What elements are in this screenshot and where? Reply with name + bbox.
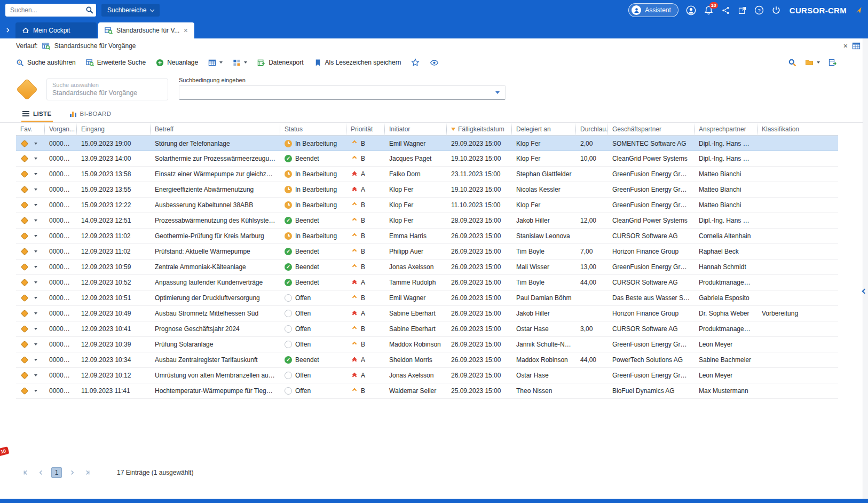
folder-dropdown[interactable] xyxy=(805,58,820,67)
table-row[interactable]: 0000014 15.09.2023 13:55 Energieeffizien… xyxy=(16,182,838,198)
chevron-right-icon[interactable] xyxy=(4,27,11,34)
new-record-button[interactable]: Neuanlage xyxy=(156,59,198,67)
table-row[interactable]: 0000004 12.09.2023 10:39 Prüfung Solaran… xyxy=(16,337,838,352)
search-select-field[interactable]: Suche auswählen Standardsuche für Vorgän… xyxy=(46,78,168,100)
save-bookmark-button[interactable]: Als Lesezeichen speichern xyxy=(314,59,401,67)
favorite-diamond-icon[interactable] xyxy=(21,248,28,255)
share-icon[interactable] xyxy=(721,6,730,15)
table-row[interactable]: 0000016 13.09.2023 14:00 Solarthermie zu… xyxy=(16,151,838,167)
tab-liste[interactable]: LISTE xyxy=(21,107,53,122)
external-link-icon[interactable] xyxy=(738,6,747,15)
table-row[interactable]: 0000015 15.09.2023 13:58 Einsatz einer W… xyxy=(16,167,838,182)
col-faelligkeitsdatum[interactable]: Fälligkeitsdatum xyxy=(447,123,512,135)
watch-eye-icon[interactable] xyxy=(430,58,439,67)
favorite-diamond-icon[interactable] xyxy=(21,325,28,333)
table-row[interactable]: 0000001 11.09.2023 11:41 Hochtemperatur-… xyxy=(16,383,838,399)
table-row[interactable]: 0000005 12.09.2023 10:41 Prognose Geschä… xyxy=(16,321,838,337)
data-export-button[interactable]: Datenexport xyxy=(257,59,303,67)
table-row[interactable]: 0000006 12.09.2023 10:49 Ausbau Stromnet… xyxy=(16,306,838,321)
row-menu-caret-icon[interactable] xyxy=(34,343,37,345)
favorite-diamond-icon[interactable] xyxy=(21,387,28,395)
logout-power-icon[interactable] xyxy=(771,5,781,15)
close-icon[interactable]: × xyxy=(843,42,848,50)
row-menu-caret-icon[interactable] xyxy=(34,312,37,315)
table-export-icon[interactable] xyxy=(828,58,837,67)
row-menu-caret-icon[interactable] xyxy=(34,297,37,299)
prev-page-button[interactable] xyxy=(36,467,46,478)
favorite-diamond-icon[interactable] xyxy=(21,155,28,162)
panel-layout-icon[interactable] xyxy=(852,42,861,50)
help-icon[interactable] xyxy=(754,5,764,15)
verlauf-value[interactable]: Standardsuche für Vorgänge xyxy=(54,42,136,50)
table-row[interactable]: 0000007 12.09.2023 10:51 Optimierung der… xyxy=(16,290,838,306)
col-geschaeftspartner[interactable]: Geschäftspartner xyxy=(608,123,695,135)
col-ansprechpartner[interactable]: Ansprechpartner xyxy=(695,123,757,135)
table-row[interactable]: 0000008 12.09.2023 10:52 Anpassung laufe… xyxy=(16,275,838,290)
col-prioritaet[interactable]: Priorität xyxy=(346,123,385,135)
favorite-diamond-icon[interactable] xyxy=(21,217,28,224)
favorite-diamond-icon[interactable] xyxy=(21,341,28,348)
row-menu-caret-icon[interactable] xyxy=(34,219,37,222)
row-menu-caret-icon[interactable] xyxy=(34,266,37,268)
next-page-button[interactable] xyxy=(67,467,77,478)
row-menu-caret-icon[interactable] xyxy=(34,158,37,160)
account-icon[interactable] xyxy=(686,5,696,15)
col-status[interactable]: Status xyxy=(280,123,346,135)
favorite-diamond-icon[interactable] xyxy=(21,263,28,271)
zoom-search-icon[interactable] xyxy=(788,58,796,67)
favorite-diamond-icon[interactable] xyxy=(21,279,28,286)
table-row[interactable]: 0000013 15.09.2023 12:22 Ausbesserung Ka… xyxy=(16,198,838,213)
favorite-diamond-icon[interactable] xyxy=(21,201,28,209)
favorite-diamond-icon[interactable] xyxy=(21,139,28,147)
table-row[interactable]: 0000012 14.09.2023 12:51 Prozessabwärmen… xyxy=(16,213,838,229)
col-vorgang[interactable]: Vorgan... xyxy=(45,123,77,135)
favorite-diamond-icon[interactable] xyxy=(21,170,28,178)
row-menu-caret-icon[interactable] xyxy=(34,235,37,237)
table-row[interactable]: 0000010 12.09.2023 11:02 Prüfstand: Aktu… xyxy=(16,244,838,260)
favorite-diamond-icon[interactable] xyxy=(21,372,28,379)
row-menu-caret-icon[interactable] xyxy=(34,173,37,175)
favorite-diamond-icon[interactable] xyxy=(21,310,28,317)
search-input[interactable] xyxy=(5,4,96,17)
row-menu-caret-icon[interactable] xyxy=(34,250,37,253)
table-row[interactable]: 0000009 12.09.2023 10:59 Zentrale Ammoni… xyxy=(16,260,838,275)
card-view-dropdown[interactable] xyxy=(233,59,247,67)
row-menu-caret-icon[interactable] xyxy=(34,390,37,392)
close-tab-icon[interactable]: × xyxy=(184,27,188,34)
current-page-button[interactable]: 1 xyxy=(51,467,62,478)
table-view-dropdown[interactable] xyxy=(208,59,223,67)
table-row[interactable]: 0000003 12.09.2023 10:34 Ausbau Zentralr… xyxy=(16,352,838,368)
row-menu-caret-icon[interactable] xyxy=(34,143,37,145)
last-page-button[interactable] xyxy=(82,467,93,478)
tab-standardsuche[interactable]: Standardsuche für V... × xyxy=(98,22,194,38)
search-icon[interactable] xyxy=(85,6,93,14)
notifications-bell-icon[interactable]: 10 xyxy=(704,5,714,15)
favorite-diamond-icon[interactable] xyxy=(21,186,28,193)
row-menu-caret-icon[interactable] xyxy=(34,204,37,206)
row-menu-caret-icon[interactable] xyxy=(34,188,37,191)
tab-mein-cockpit[interactable]: Mein Cockpit xyxy=(15,22,97,38)
table-row[interactable]: 0000002 12.09.2023 10:12 Umrüstung von a… xyxy=(16,368,838,383)
col-initiator[interactable]: Initiator xyxy=(385,123,447,135)
search-condition-combobox[interactable] xyxy=(179,85,506,100)
favorite-diamond-icon[interactable] xyxy=(21,356,28,364)
row-menu-caret-icon[interactable] xyxy=(34,359,37,361)
row-menu-caret-icon[interactable] xyxy=(34,281,37,284)
run-search-button[interactable]: Suche ausführen xyxy=(16,59,76,67)
assistent-button[interactable]: Assistent xyxy=(628,3,678,17)
col-delegiert-an[interactable]: Delegiert an xyxy=(512,123,576,135)
favorite-diamond-icon[interactable] xyxy=(21,232,28,240)
row-menu-caret-icon[interactable] xyxy=(34,328,37,330)
table-row[interactable]: 0000017 15.09.2023 19:00 Störung der Tel… xyxy=(16,136,838,151)
tab-bi-board[interactable]: BI-BOARD xyxy=(69,107,113,122)
col-klassifikation[interactable]: Klassifikation xyxy=(757,123,838,135)
first-page-button[interactable] xyxy=(20,467,31,478)
suchbereiche-button[interactable]: Suchbereiche xyxy=(101,4,160,17)
favorite-diamond-icon[interactable] xyxy=(21,294,28,302)
col-fav[interactable]: Fav. xyxy=(16,123,45,135)
col-eingang[interactable]: Eingang xyxy=(77,123,151,135)
table-row[interactable]: 0000011 12.09.2023 11:02 Geothermie-Prüf… xyxy=(16,229,838,244)
favorite-star-icon[interactable] xyxy=(411,58,420,67)
row-menu-caret-icon[interactable] xyxy=(34,374,37,376)
advanced-search-button[interactable]: Erweiterte Suche xyxy=(86,59,146,67)
